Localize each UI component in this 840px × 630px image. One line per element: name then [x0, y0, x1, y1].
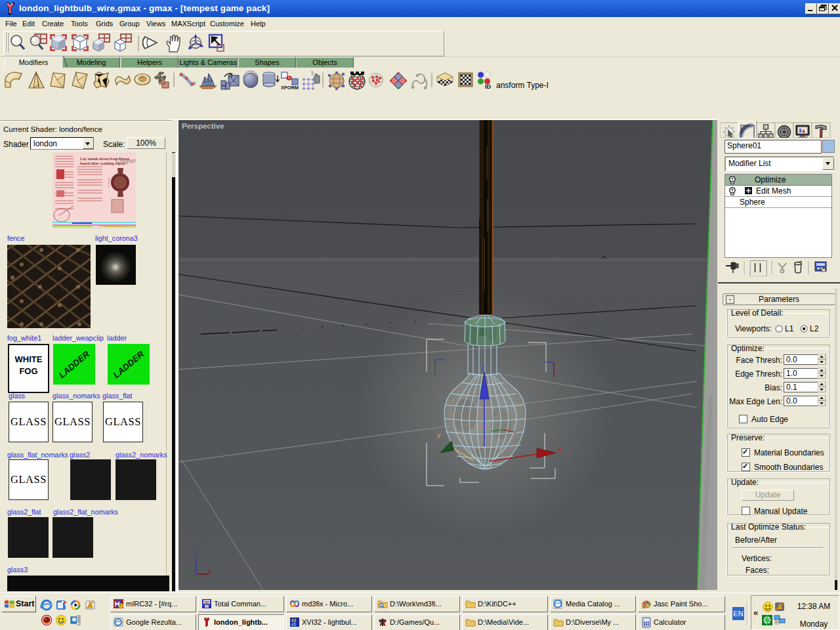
- svg-text:4D: 4D: [291, 623, 297, 627]
- svg-text:z: z: [481, 364, 485, 371]
- svg-text:Chopard: Chopard: [116, 157, 136, 164]
- svg-text:L2: L2: [810, 324, 819, 333]
- svg-text:ansform Type-I: ansform Type-I: [496, 81, 549, 90]
- svg-text:XFORM: XFORM: [281, 85, 299, 91]
- svg-text:y: y: [185, 568, 189, 576]
- svg-text:z: z: [193, 549, 197, 556]
- svg-text:x: x: [558, 444, 562, 453]
- svg-text:x: x: [208, 568, 212, 576]
- svg-text:Perspective: Perspective: [182, 122, 224, 130]
- svg-text:ID: ID: [485, 83, 492, 90]
- svg-text:L1: L1: [785, 324, 794, 333]
- svg-text:y: y: [437, 430, 441, 438]
